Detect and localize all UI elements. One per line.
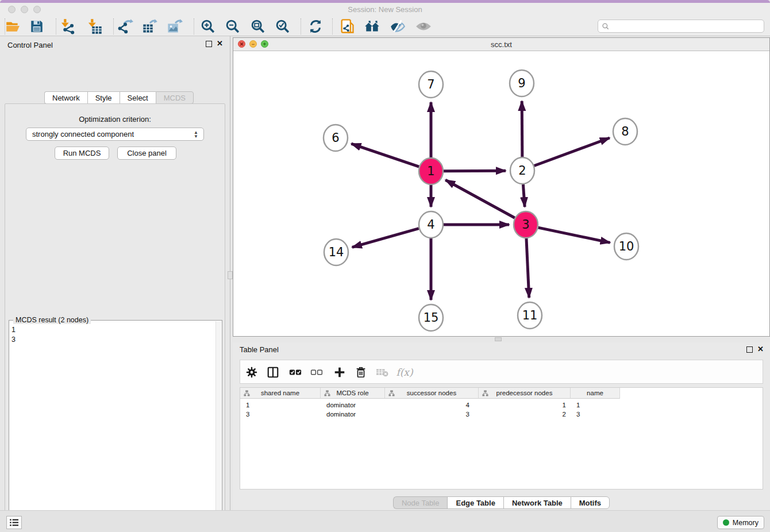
cell-successor-nodes[interactable]: 3 [385,410,479,419]
tab-select[interactable]: Select [120,91,156,104]
cell-successor-nodes[interactable]: 4 [385,400,479,410]
graph-node-14[interactable]: 14 [324,239,348,265]
table-scrollbar[interactable] [240,489,763,494]
graph-edge-3-1[interactable] [445,180,515,218]
float-table-panel-icon[interactable] [746,346,753,353]
refresh-icon[interactable] [307,18,324,35]
tab-mcds[interactable]: MCDS [156,91,194,104]
tab-node-table[interactable]: Node Table [393,496,448,509]
import-table-icon[interactable] [86,18,103,35]
graph-edge-1-6[interactable] [351,144,419,167]
import-network-icon[interactable] [59,18,76,35]
network-window-titlebar[interactable]: ✕ − + scc.txt [233,38,769,51]
export-table-icon[interactable] [141,18,159,35]
zoom-out-icon[interactable] [224,18,241,35]
home-icon[interactable] [364,18,381,35]
horizontal-split-handle[interactable] [495,337,502,341]
columns-icon[interactable] [265,365,281,380]
table-tabs: Node Table Edge Table Network Table Moti… [233,496,770,509]
float-panel-icon[interactable] [206,41,212,47]
search-input[interactable] [610,22,764,30]
column-header-shared-name[interactable]: shared name [240,388,321,399]
close-panel-icon[interactable]: ✕ [217,39,223,48]
graphics-details-icon[interactable] [389,18,406,35]
tab-style[interactable]: Style [87,91,120,104]
table-row[interactable]: 3 dominator 3 2 3 [240,410,620,419]
table-header-row: shared name MCDS role successor nodes pr… [240,388,620,399]
graph-node-label: 4 [427,218,434,232]
column-header-mcds-role[interactable]: MCDS role [321,388,385,399]
graph-edge-1-2[interactable] [444,171,506,171]
run-mcds-button[interactable]: Run MCDS [55,147,109,160]
graph-edge-2-8[interactable] [534,138,610,165]
result-scrollbar[interactable] [215,321,221,532]
zoom-fit-icon[interactable] [249,18,267,35]
deselect-all-icon[interactable] [309,365,325,380]
graph-node-15[interactable]: 15 [419,304,443,331]
cell-predecessor-nodes[interactable]: 2 [479,410,571,419]
graph-node-3[interactable]: 3 [514,211,538,238]
column-type-icon [388,390,395,396]
cell-shared-name[interactable]: 3 [240,410,321,419]
gear-icon[interactable] [244,365,260,380]
cell-predecessor-nodes[interactable]: 1 [479,400,571,410]
close-panel-button[interactable]: Close panel [117,147,176,160]
select-value: strongly connected component [32,130,134,138]
show-hide-icon [415,18,432,35]
task-history-button[interactable] [6,516,22,529]
main-titlebar: Session: New Session [0,3,770,17]
export-network-icon[interactable] [117,18,134,35]
open-file-icon[interactable] [4,18,21,35]
cell-mcds-role[interactable]: dominator [321,400,385,410]
memory-button[interactable]: Memory [717,516,764,529]
select-all-icon[interactable] [287,365,303,380]
node-table[interactable]: shared name MCDS role successor nodes pr… [240,387,763,489]
network-view-window: ✕ − + scc.txt 7968124314101511 [233,37,770,337]
clone-network-icon[interactable] [338,18,356,35]
graph-node-4[interactable]: 4 [419,211,443,238]
graph-edge-2-3[interactable] [523,184,525,207]
tab-edge-table[interactable]: Edge Table [447,496,503,509]
search-icon [602,22,610,30]
tab-motifs[interactable]: Motifs [571,496,610,509]
graph-edge-4-14[interactable] [352,229,419,248]
column-header-name[interactable]: name [571,388,620,399]
add-column-icon[interactable] [332,365,348,380]
vertical-split-handle[interactable] [228,271,233,279]
save-session-icon[interactable] [28,18,45,35]
close-table-panel-icon[interactable]: ✕ [757,345,764,353]
zoom-selected-icon[interactable] [274,18,291,35]
mcds-tab-content: Optimization criterion: strongly connect… [5,103,225,532]
graph-edge-2-9[interactable] [522,101,522,157]
graph-node-label: 15 [424,311,439,325]
export-image-icon[interactable] [166,18,183,35]
column-header-predecessor-nodes[interactable]: predecessor nodes [479,388,571,399]
network-canvas[interactable]: 7968124314101511 [233,51,769,336]
column-header-successor-nodes[interactable]: successor nodes [385,388,479,399]
cell-shared-name[interactable]: 1 [240,400,321,410]
zoom-in-icon[interactable] [199,18,217,35]
delete-column-icon[interactable] [353,365,369,380]
graph-node-10[interactable]: 10 [614,233,638,260]
graph-node-9[interactable]: 9 [510,70,534,97]
control-panel-tabs: Network Style Select MCDS [44,91,194,104]
graph-node-2[interactable]: 2 [510,157,534,184]
mcds-result-list[interactable]: 1 3 [11,325,16,345]
search-field[interactable] [598,20,764,33]
cell-name[interactable]: 1 [571,400,620,410]
optimization-criterion-select[interactable]: strongly connected component ▲▼ [26,128,204,141]
graph-edge-3-10[interactable] [538,228,610,242]
graph-node-6[interactable]: 6 [324,125,348,151]
graph-node-1[interactable]: 1 [419,158,443,184]
graph-node-label: 11 [522,309,538,322]
graph-edge-3-11[interactable] [526,238,529,298]
cell-mcds-role[interactable]: dominator [321,410,385,419]
tab-network[interactable]: Network [44,91,87,104]
cell-name[interactable]: 3 [571,410,620,419]
table-row[interactable]: 1 dominator 4 1 1 [240,400,620,410]
graph-node-8[interactable]: 8 [613,118,637,145]
graph-node-7[interactable]: 7 [419,71,443,98]
tab-network-table[interactable]: Network Table [503,496,571,509]
graph-node-11[interactable]: 11 [518,302,542,329]
graph-node-label: 10 [619,240,634,253]
